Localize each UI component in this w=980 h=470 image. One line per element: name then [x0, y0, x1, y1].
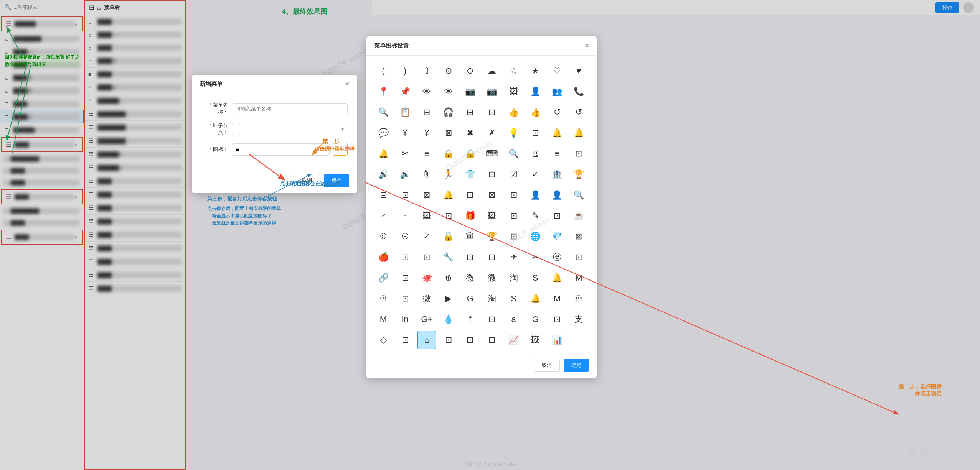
icon-cell-58[interactable]: 🏦: [548, 165, 566, 184]
icon-cell-101[interactable]: ⊡: [396, 269, 414, 287]
icon-cell-99[interactable]: ⊡: [569, 248, 588, 266]
icon-cell-20[interactable]: 🔍: [374, 103, 393, 122]
icon-cell-116[interactable]: S: [505, 289, 523, 308]
leaf-node-select[interactable]: [232, 124, 240, 135]
icon-cell-6[interactable]: ☆: [505, 62, 523, 80]
icon-cell-46[interactable]: 🔍: [505, 145, 523, 163]
icon-cell-88[interactable]: 💎: [548, 227, 566, 246]
icon-cell-118[interactable]: M: [548, 289, 566, 308]
icon-cell-48[interactable]: ≡: [548, 145, 566, 163]
icon-cell-35[interactable]: ✗: [483, 124, 501, 142]
icon-cell-120[interactable]: M: [374, 310, 393, 329]
icon-cell-42[interactable]: ≡: [417, 145, 436, 163]
icon-cell-50[interactable]: 🔊: [374, 165, 393, 184]
icon-cell-4[interactable]: ⊕: [461, 62, 479, 80]
icon-cell-113[interactable]: ▶: [439, 289, 458, 308]
icon-cell-14[interactable]: 📷: [461, 82, 479, 101]
icon-cell-119[interactable]: ♾: [569, 289, 588, 308]
icon-cell-78[interactable]: ⊡: [548, 207, 566, 225]
icon-cell-103[interactable]: 𝕲: [439, 269, 458, 287]
icon-cell-138[interactable]: 📊: [548, 331, 566, 349]
icon-cell-91[interactable]: ⊡: [396, 248, 414, 266]
icon-settings-confirm-button[interactable]: 确定: [564, 359, 589, 372]
icon-cell-16[interactable]: 🖼: [505, 82, 523, 101]
icon-cell-33[interactable]: ⊠: [439, 124, 458, 142]
icon-cell-114[interactable]: G: [461, 289, 479, 308]
icon-cell-90[interactable]: 🍎: [374, 248, 393, 266]
icon-cell-25[interactable]: ⊡: [483, 103, 501, 122]
icon-cell-38[interactable]: 🔔: [548, 124, 566, 142]
icon-cell-86[interactable]: ⊡: [505, 227, 523, 246]
icon-settings-close-button[interactable]: ×: [585, 42, 589, 50]
icon-cell-137[interactable]: 🖼: [526, 331, 544, 349]
icon-cell-74[interactable]: 🎁: [461, 207, 479, 225]
menu-name-input[interactable]: [232, 103, 348, 114]
icon-cell-2[interactable]: ⇧: [417, 62, 436, 80]
icon-cell-47[interactable]: 🖨: [526, 145, 544, 163]
icon-cell-62[interactable]: ⊠: [417, 186, 436, 204]
icon-cell-61[interactable]: ⊡: [396, 186, 414, 204]
icon-cell-97[interactable]: ✂: [526, 248, 544, 266]
icon-cell-44[interactable]: 🔒: [461, 145, 479, 163]
icon-cell-135[interactable]: ⊡: [483, 331, 501, 349]
icon-cell-63[interactable]: 🔔: [439, 186, 458, 204]
icon-cell-95[interactable]: ⊡: [483, 248, 501, 266]
icon-cell-9[interactable]: ♥: [569, 62, 588, 80]
icon-cell-56[interactable]: ☑: [505, 165, 523, 184]
icon-cell-40[interactable]: 🔔: [374, 145, 393, 163]
icon-cell-18[interactable]: 👥: [548, 82, 566, 101]
icon-cell-8[interactable]: ♡: [548, 62, 566, 80]
icon-cell-83[interactable]: 🔒: [439, 227, 458, 246]
icon-cell-29[interactable]: ↺: [569, 103, 588, 122]
icon-cell-36[interactable]: 💡: [505, 124, 523, 142]
icon-cell-123[interactable]: 💧: [439, 310, 458, 329]
icon-cell-105[interactable]: 微: [483, 269, 501, 287]
icon-cell-31[interactable]: ¥: [396, 124, 414, 142]
icon-cell-67[interactable]: 👤: [526, 186, 544, 204]
icon-cell-73[interactable]: ⊡: [439, 207, 458, 225]
icon-cell-80[interactable]: ©: [374, 227, 393, 246]
icon-cell-79[interactable]: ☕: [569, 207, 588, 225]
icon-cell-75[interactable]: 🖼: [483, 207, 501, 225]
icon-cell-22[interactable]: ⊟: [417, 103, 436, 122]
icon-cell-57[interactable]: ✓: [526, 165, 544, 184]
icon-cell-3[interactable]: ⊙: [439, 62, 458, 80]
icon-cell-60[interactable]: ⊟: [374, 186, 393, 204]
icon-cell-126[interactable]: a: [505, 310, 523, 329]
icon-cell-69[interactable]: 🔍: [569, 186, 588, 204]
icon-cell-54[interactable]: 👕: [461, 165, 479, 184]
icon-cell-111[interactable]: ⊡: [396, 289, 414, 308]
icon-cell-136[interactable]: 📈: [505, 331, 523, 349]
icon-cell-106[interactable]: 淘: [505, 269, 523, 287]
icon-cell-82[interactable]: ✓: [417, 227, 436, 246]
icon-cell-81[interactable]: ®: [396, 227, 414, 246]
icon-cell-49[interactable]: ⊡: [569, 145, 588, 163]
icon-settings-cancel-button[interactable]: 取消: [534, 359, 560, 372]
icon-cell-115[interactable]: 淘: [483, 289, 501, 308]
icon-cell-102[interactable]: 🐙: [417, 269, 436, 287]
icon-cell-15[interactable]: 📷: [483, 82, 501, 101]
icon-cell-104[interactable]: 微: [461, 269, 479, 287]
icon-cell-65[interactable]: ⊠: [483, 186, 501, 204]
icon-cell-110[interactable]: ♾: [374, 289, 393, 308]
icon-cell-13[interactable]: 👁: [439, 82, 458, 101]
icon-cell-55[interactable]: ⊡: [483, 165, 501, 184]
icon-cell-77[interactable]: ✎: [526, 207, 544, 225]
icon-cell-68[interactable]: 👤: [548, 186, 566, 204]
icon-cell-132[interactable]: ⌂: [417, 331, 436, 349]
icon-cell-129[interactable]: 支: [569, 310, 588, 329]
icon-cell-24[interactable]: ⊞: [461, 103, 479, 122]
icon-cell-37[interactable]: ⊡: [526, 124, 544, 142]
icon-cell-76[interactable]: ⊡: [505, 207, 523, 225]
icon-cell-72[interactable]: 🖼: [417, 207, 436, 225]
icon-cell-11[interactable]: 📌: [396, 82, 414, 101]
icon-cell-7[interactable]: ★: [526, 62, 544, 80]
icon-cell-133[interactable]: ⊡: [439, 331, 458, 349]
icon-cell-112[interactable]: 微: [417, 289, 436, 308]
icon-cell-84[interactable]: 🏛: [461, 227, 479, 246]
icon-cell-30[interactable]: 💬: [374, 124, 393, 142]
icon-cell-0[interactable]: (: [374, 62, 393, 80]
icon-cell-1[interactable]: ): [396, 62, 414, 80]
icon-cell-128[interactable]: ⊡: [548, 310, 566, 329]
icon-cell-131[interactable]: ⊡: [396, 331, 414, 349]
